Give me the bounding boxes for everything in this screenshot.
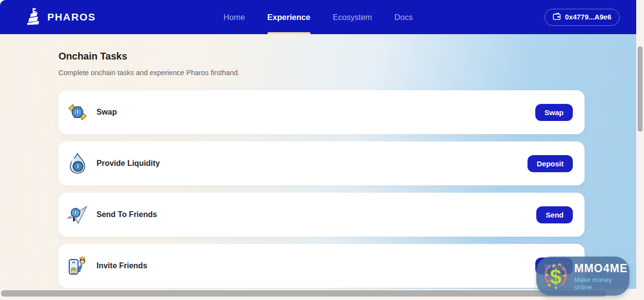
paper-plane-icon [66, 203, 89, 226]
active-tab-underline [267, 32, 310, 34]
water-drop-icon [66, 152, 89, 175]
send-button[interactable]: Send [536, 206, 573, 223]
invite-phone-icon [66, 255, 89, 277]
wallet-address-button[interactable]: 0x4779...A9e6 [545, 9, 620, 26]
svg-text:★: ★ [563, 273, 566, 278]
nav-item-docs[interactable]: Docs [394, 0, 413, 34]
nav-item-experience[interactable]: Experience [267, 0, 310, 34]
page-title: Onchain Tasks [59, 51, 636, 62]
vertical-scrollbar-track[interactable] [636, 0, 644, 300]
task-list: Swap Swap Provide Liquidity Deposit [59, 90, 585, 288]
watermark-title: MMO4ME [574, 262, 629, 275]
svg-text:$: $ [550, 265, 561, 288]
top-navbar: PHAROS Home Experience Ecosystem Docs 0x… [0, 0, 636, 34]
task-card-provide-liquidity: Provide Liquidity Deposit [59, 141, 585, 185]
page-subtitle: Complete onchain tasks and experience Ph… [59, 69, 636, 77]
task-label: Provide Liquidity [97, 159, 160, 168]
deposit-button[interactable]: Deposit [527, 155, 573, 172]
vertical-scrollbar-thumb[interactable] [638, 46, 643, 132]
horizontal-scrollbar-thumb[interactable] [1, 290, 606, 297]
task-card-swap: Swap Swap [59, 90, 585, 134]
svg-text:★: ★ [545, 272, 549, 277]
task-card-invite-friends: Invite Friends Invite [59, 244, 585, 288]
lighthouse-logo-icon [26, 7, 41, 27]
task-label: Swap [97, 108, 117, 117]
swap-button[interactable]: Swap [535, 104, 573, 121]
task-label: Invite Friends [97, 261, 147, 270]
mmo4me-watermark: ★ ★ ★ ★ ★ ★ $ MMO4ME Make money online [536, 257, 629, 296]
nav-item-ecosystem[interactable]: Ecosystem [332, 0, 372, 34]
brand-logo[interactable]: PHAROS [26, 7, 96, 27]
wallet-icon [553, 13, 561, 21]
task-card-send-to-friends: Send To Friends Send [59, 193, 585, 237]
brand-name: PHAROS [47, 11, 96, 23]
task-label: Send To Friends [97, 210, 157, 219]
wallet-address: 0x4779...A9e6 [565, 13, 611, 21]
watermark-subtitle: Make money online [574, 276, 629, 291]
nav-item-home[interactable]: Home [223, 0, 245, 34]
main-nav: Home Experience Ecosystem Docs [223, 0, 412, 34]
dollar-stars-icon: ★ ★ ★ ★ ★ ★ $ [539, 259, 572, 294]
swap-cycle-icon [66, 101, 89, 123]
